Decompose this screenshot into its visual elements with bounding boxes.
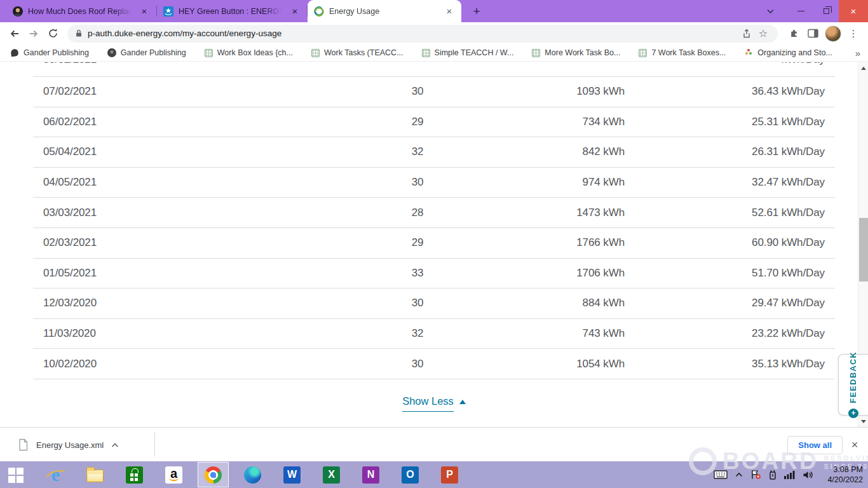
usage-kwh-cell: 974 kWh	[437, 176, 625, 189]
taskbar-app-excel[interactable]: X	[316, 463, 346, 487]
address-bar[interactable]: p-auth.duke-energy.com/my-account/energy…	[67, 25, 778, 43]
download-bar: Energy Usage.xml Show all ×	[0, 427, 868, 461]
feedback-button[interactable]: FEEDBACK +	[838, 354, 868, 416]
table-row: 03/03/2021 28 1473 kWh 52.61 kWh/Day	[33, 198, 835, 228]
side-panel-icon[interactable]	[803, 24, 822, 43]
downloaded-file-chip[interactable]: Energy Usage.xml	[9, 433, 128, 457]
bookmark-favicon-icon	[532, 49, 540, 57]
downloaded-file-name: Energy Usage.xml	[36, 440, 104, 450]
tab-close-icon[interactable]: ×	[289, 6, 301, 17]
app-icon: P	[441, 466, 458, 484]
bookmarks-bar: Gander Publishing Gander Publishing Work…	[0, 44, 868, 62]
table-row: 11/03/2020 32 743 kWh 23.22 kWh/Day	[33, 319, 835, 349]
chevron-up-icon[interactable]	[111, 443, 119, 447]
volume-icon[interactable]	[803, 470, 813, 480]
table-row: 04/05/2021 30 974 kWh 32.47 kWh/Day	[33, 168, 835, 198]
tab-energy-usage[interactable]: Energy Usage ×	[308, 0, 461, 22]
bookmark-item[interactable]: Work Box Ideas {ch...	[205, 48, 293, 57]
browser-toolbar: p-auth.duke-energy.com/my-account/energy…	[0, 22, 868, 44]
bookmark-label: Gander Publishing	[121, 48, 186, 57]
tray-expand-chevron-icon[interactable]	[735, 472, 743, 477]
table-row: 10/02/2020 30 1054 kWh 35.13 kWh/Day	[33, 349, 835, 379]
energy-star-favicon-icon	[163, 6, 173, 17]
taskbar-app-outlook[interactable]: O	[395, 463, 425, 487]
bookmark-item[interactable]: Simple TEACCH / W...	[422, 48, 514, 57]
download-bar-divider	[154, 432, 155, 457]
kwh-per-day-cell: 51.70 kWh/Day	[625, 267, 825, 280]
back-button[interactable]	[5, 24, 24, 43]
new-tab-button[interactable]: +	[468, 3, 485, 20]
bookmark-label: 7 Work Task Boxes...	[651, 48, 726, 57]
usage-kwh-cell: 1093 kWh	[437, 85, 625, 98]
scroll-up-arrow-icon[interactable]	[858, 64, 868, 72]
kwh-per-day-cell: 60.90 kWh/Day	[625, 236, 825, 249]
bookmark-item[interactable]: Work Tasks (TEACC...	[311, 48, 403, 57]
close-window-button[interactable]: ×	[839, 0, 868, 22]
taskbar-app-word[interactable]: W	[277, 463, 307, 487]
touch-keyboard-icon[interactable]	[714, 470, 728, 479]
kwh-per-day-cell: 26.31 kWh/Day	[625, 146, 825, 158]
share-icon[interactable]	[738, 25, 755, 42]
windows-taskbar: e a W X N O P	[0, 461, 868, 488]
kwh-per-day-cell: kWh/Day	[625, 62, 825, 66]
show-less-link[interactable]: Show Less	[402, 395, 466, 412]
bookmark-favicon-icon	[107, 48, 116, 57]
taskbar-app-powerpoint[interactable]: P	[435, 463, 465, 487]
tab-close-icon[interactable]: ×	[444, 6, 455, 17]
tab-roof-replacement[interactable]: How Much Does Roof Replaceme ×	[6, 0, 156, 22]
billing-days-cell: 28	[398, 207, 437, 219]
action-center-flag-icon[interactable]	[750, 470, 761, 480]
bookmark-item[interactable]: More Work Task Bo...	[532, 48, 620, 57]
kwh-per-day-cell: 36.43 kWh/Day	[625, 85, 825, 98]
app-icon	[205, 466, 222, 484]
taskbar-app-ie[interactable]: e	[41, 463, 71, 487]
reload-button[interactable]	[43, 24, 62, 43]
kwh-per-day-cell: 35.13 kWh/Day	[625, 358, 825, 370]
power-battery-icon[interactable]	[769, 470, 776, 480]
taskbar-app-edge[interactable]	[238, 463, 268, 487]
app-icon	[244, 466, 261, 484]
tab-green-button[interactable]: HEY Green Button : ENERGY STA ×	[157, 0, 307, 22]
app-icon: X	[323, 466, 340, 484]
bookmark-item[interactable]: 7 Work Task Boxes...	[639, 48, 726, 57]
billing-days-cell: 32	[398, 327, 437, 340]
taskbar-app-start[interactable]	[1, 463, 31, 487]
bookmark-favicon-icon	[311, 49, 320, 57]
billing-date-cell: 07/02/2021	[43, 85, 398, 98]
taskbar-clock[interactable]: 3:08 PM 4/20/2022	[827, 464, 863, 485]
bookmark-star-icon[interactable]: ☆	[755, 25, 771, 42]
bookmark-item[interactable]: Gander Publishing	[10, 48, 89, 57]
extensions-puzzle-icon[interactable]	[784, 24, 803, 43]
profile-avatar[interactable]	[825, 25, 841, 42]
usage-kwh-cell: 884 kWh	[437, 297, 625, 309]
minimize-button[interactable]	[788, 0, 813, 22]
show-all-downloads-button[interactable]: Show all	[787, 436, 843, 454]
taskbar-app-onenote[interactable]: N	[356, 463, 386, 487]
forward-button[interactable]	[24, 24, 43, 43]
tab-search-chevron-icon[interactable]	[757, 0, 783, 22]
bookmarks-overflow-chevron-icon[interactable]: »	[855, 48, 860, 58]
show-less-label: Show Less	[402, 395, 454, 412]
kwh-per-day-cell: 32.47 kWh/Day	[625, 176, 825, 189]
duke-energy-favicon-icon	[314, 6, 324, 17]
kwh-per-day-cell: 23.22 kWh/Day	[625, 327, 825, 340]
usage-kwh-cell: 1473 kWh	[437, 207, 625, 219]
browser-window: How Much Does Roof Replaceme × HEY Green…	[0, 0, 868, 488]
bookmark-item[interactable]: Organizing and Sto...	[744, 48, 832, 57]
tab-close-icon[interactable]: ×	[139, 6, 150, 17]
taskbar-app-amazon[interactable]: a	[159, 463, 189, 487]
scrollbar-thumb[interactable]	[859, 218, 868, 281]
browser-menu-icon[interactable]: ⋮	[844, 24, 863, 43]
taskbar-app-store[interactable]	[119, 463, 149, 487]
close-download-bar-icon[interactable]: ×	[846, 437, 863, 453]
feedback-label: FEEDBACK	[849, 351, 858, 403]
restore-button[interactable]	[813, 0, 839, 22]
taskbar-app-explorer[interactable]	[80, 463, 110, 487]
network-signal-icon[interactable]	[784, 470, 795, 479]
page-content: 08/02/2021 kWh/Day 07/02/2021 30 1093 kW…	[0, 62, 868, 427]
scroll-down-arrow-icon[interactable]	[858, 417, 868, 426]
kwh-per-day-cell: 52.61 kWh/Day	[625, 207, 825, 219]
bookmark-item[interactable]: Gander Publishing	[107, 48, 186, 57]
taskbar-app-chrome[interactable]	[198, 463, 228, 487]
app-icon: N	[362, 466, 379, 484]
